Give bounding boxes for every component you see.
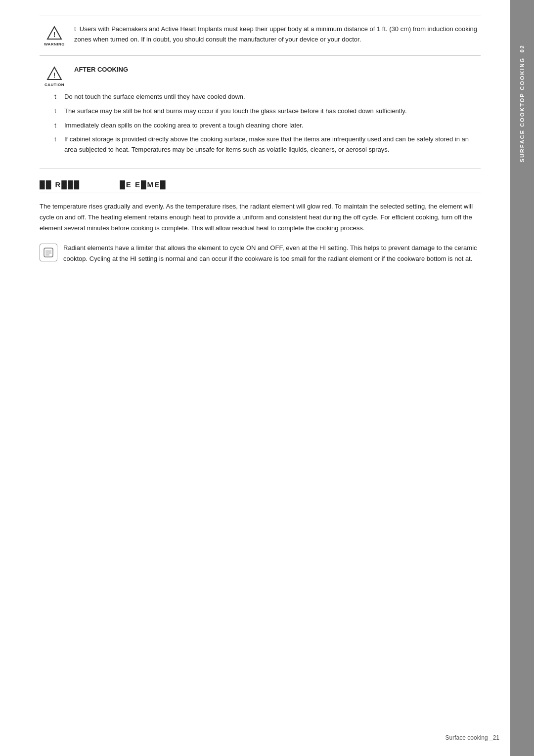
section-header-row: ██ R███ █E E█ME█ xyxy=(40,180,481,193)
section-right-text: █E E█ME█ xyxy=(120,180,167,189)
page-footer: Surface cooking _21 xyxy=(445,734,499,741)
main-content: ! WARNING t Users with Pacemakers and Ac… xyxy=(0,0,510,294)
warning-block: ! WARNING t Users with Pacemakers and Ac… xyxy=(40,15,481,56)
caution-triangle-icon: ! xyxy=(46,66,62,82)
warning-content: Users with Pacemakers and Active Heart I… xyxy=(74,25,477,43)
note-text: Radiant elements have a limiter that all… xyxy=(63,243,481,264)
caution-label: CAUTION xyxy=(44,83,64,87)
svg-rect-4 xyxy=(44,248,53,257)
footer-text: Surface cooking _21 xyxy=(445,734,499,741)
chapter-number: 02 xyxy=(519,44,525,52)
body-paragraph: The temperature rises gradually and even… xyxy=(40,201,481,234)
page-container: 02 SURFACE COOKTOP COOKING ! WARNING t U… xyxy=(0,0,534,756)
list-item: Immediately clean spills on the cooking … xyxy=(54,121,481,131)
warning-bullet: t xyxy=(74,25,80,33)
section-right-title: █E E█ME█ xyxy=(120,180,167,189)
caution-list: Do not touch the surface elements until … xyxy=(40,92,481,155)
caution-header: ! CAUTION AFTER COOKING xyxy=(40,65,481,87)
list-item: The surface may be still be hot and burn… xyxy=(54,106,481,117)
chapter-sidebar: 02 SURFACE COOKTOP COOKING xyxy=(510,0,534,756)
caution-block: ! CAUTION AFTER COOKING Do not touch the… xyxy=(40,56,481,168)
caution-icon-cell: ! CAUTION xyxy=(40,65,69,87)
warning-triangle-icon: ! xyxy=(46,25,62,41)
warning-label: WARNING xyxy=(44,42,65,46)
list-item: Do not touch the surface elements until … xyxy=(54,92,481,102)
note-icon xyxy=(40,244,57,261)
warning-text: t Users with Pacemakers and Active Heart… xyxy=(69,24,481,45)
svg-text:!: ! xyxy=(53,31,56,39)
caution-title: AFTER COOKING xyxy=(69,66,128,73)
note-symbol-icon xyxy=(43,247,54,258)
warning-icon-cell: ! WARNING xyxy=(40,24,69,46)
section-left-title: ██ R███ xyxy=(40,180,80,189)
chapter-title: SURFACE COOKTOP COOKING xyxy=(519,57,525,162)
list-item: If cabinet storage is provided directly … xyxy=(54,134,481,155)
note-block: Radiant elements have a limiter that all… xyxy=(40,243,481,264)
svg-text:!: ! xyxy=(53,71,56,79)
section-left-text: ██ R███ xyxy=(40,180,80,189)
